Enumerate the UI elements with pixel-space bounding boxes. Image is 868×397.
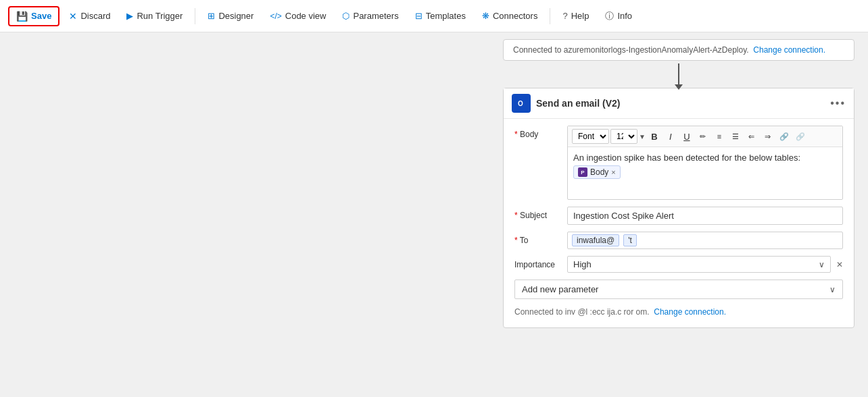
to-tag-2: 't bbox=[623, 234, 637, 246]
editor-content[interactable]: An ingestion spike has been detected for… bbox=[568, 147, 842, 188]
to-tag-1: inwafula@ bbox=[572, 234, 619, 246]
code-view-button[interactable]: </> Code view bbox=[263, 7, 333, 24]
indent-right-button[interactable]: ⇒ bbox=[761, 129, 775, 144]
importance-field-row: Importance High ∨ ✕ bbox=[514, 256, 843, 273]
subject-field-label: * Subject bbox=[514, 207, 562, 220]
editor-toolbar: Font 12 ▼ B I U ✏ ≡ bbox=[568, 126, 842, 147]
bottom-connection-text: Connected to inv @l :ecc ija.c ror om. bbox=[514, 307, 650, 317]
connectors-button[interactable]: ❋ Connectors bbox=[475, 7, 544, 24]
svg-text:O: O bbox=[518, 100, 523, 107]
rich-text-editor[interactable]: Font 12 ▼ B I U ✏ ≡ bbox=[567, 126, 843, 200]
indent-left-button[interactable]: ⇐ bbox=[744, 129, 759, 144]
to-field-label: * To bbox=[514, 232, 562, 245]
templates-icon: ⊟ bbox=[415, 11, 423, 21]
body-field-row: * Body Font 12 ▼ bbox=[514, 126, 843, 200]
to-input-field[interactable]: inwafula@ 't bbox=[567, 232, 843, 249]
connectors-icon: ❋ bbox=[482, 11, 489, 21]
ordered-list-button[interactable]: ☰ bbox=[728, 129, 743, 144]
highlight-button[interactable]: ✏ bbox=[696, 129, 710, 144]
save-icon: 💾 bbox=[16, 11, 28, 22]
code-icon: </> bbox=[270, 11, 281, 21]
main-area: Connected to azuremonitorlogs-IngestionA… bbox=[0, 32, 868, 397]
designer-icon: ⊞ bbox=[208, 11, 215, 21]
run-trigger-label: Run Trigger bbox=[137, 11, 183, 21]
help-button[interactable]: ? Help bbox=[556, 7, 596, 24]
to-field-content: inwafula@ 't bbox=[567, 232, 843, 249]
parameters-icon: ⬡ bbox=[342, 11, 349, 21]
importance-field-label: Importance bbox=[514, 256, 562, 269]
unlink-button[interactable]: 🔗 bbox=[793, 129, 808, 144]
code-view-label: Code view bbox=[285, 11, 327, 21]
body-dynamic-tag: P Body × bbox=[573, 165, 621, 179]
save-button[interactable]: 💾 Save bbox=[8, 6, 59, 26]
separator2 bbox=[550, 8, 550, 24]
parameters-label: Parameters bbox=[353, 11, 398, 21]
add-param-label: Add new parameter bbox=[522, 284, 829, 294]
bold-button[interactable]: B bbox=[647, 129, 662, 144]
subject-input[interactable] bbox=[567, 207, 843, 225]
importance-row: High ∨ ✕ bbox=[567, 256, 843, 273]
designer-button[interactable]: ⊞ Designer bbox=[201, 7, 260, 24]
link-button[interactable]: 🔗 bbox=[777, 129, 792, 144]
discard-label: Discard bbox=[80, 11, 110, 21]
top-connection-text: Connected to azuremonitorlogs-IngestionA… bbox=[513, 45, 749, 55]
help-label: Help bbox=[571, 11, 589, 21]
importance-clear-button[interactable]: ✕ bbox=[836, 260, 843, 269]
flow-arrow bbox=[678, 63, 679, 85]
help-icon: ? bbox=[562, 11, 567, 21]
templates-button[interactable]: ⊟ Templates bbox=[408, 7, 473, 24]
flow-arrow-section bbox=[503, 61, 854, 88]
font-selector[interactable]: Font bbox=[572, 129, 609, 144]
body-field-content: Font 12 ▼ B I U ✏ ≡ bbox=[567, 126, 843, 200]
top-connection-card: Connected to azuremonitorlogs-IngestionA… bbox=[503, 39, 854, 61]
importance-field-content: High ∨ ✕ bbox=[567, 256, 843, 273]
right-panel: Connected to azuremonitorlogs-IngestionA… bbox=[489, 32, 868, 397]
run-trigger-button[interactable]: ▶ Run Trigger bbox=[120, 7, 189, 24]
email-card-header: O Send an email (V2) ••• bbox=[504, 88, 854, 119]
save-label: Save bbox=[31, 11, 51, 21]
discard-icon: ✕ bbox=[69, 11, 77, 22]
body-field-label: * Body bbox=[514, 126, 562, 139]
email-card-body: * Body Font 12 ▼ bbox=[504, 119, 854, 327]
body-text: An ingestion spike has been detected for… bbox=[573, 153, 800, 163]
outlook-icon: O bbox=[512, 94, 531, 113]
italic-button[interactable]: I bbox=[663, 129, 678, 144]
add-parameter-button[interactable]: Add new parameter ∨ bbox=[514, 280, 843, 299]
to-text-input[interactable] bbox=[641, 236, 838, 246]
top-change-connection-link[interactable]: Change connection. bbox=[753, 45, 825, 55]
subject-field-content bbox=[567, 207, 843, 225]
importance-wrapper: High ∨ bbox=[567, 256, 831, 273]
connectors-label: Connectors bbox=[493, 11, 537, 21]
email-more-button[interactable]: ••• bbox=[830, 97, 846, 109]
bottom-change-connection-link[interactable]: Change connection. bbox=[654, 307, 726, 317]
bullet-list-button[interactable]: ≡ bbox=[712, 129, 727, 144]
body-tag-icon: P bbox=[578, 167, 587, 177]
email-card: O Send an email (V2) ••• * Body bbox=[503, 88, 854, 328]
info-label: Info bbox=[617, 11, 632, 21]
add-param-chevron-icon: ∨ bbox=[829, 285, 836, 294]
bottom-connection-info: Connected to inv @l :ecc ija.c ror om. C… bbox=[514, 303, 843, 321]
designer-label: Designer bbox=[218, 11, 254, 21]
parameters-button[interactable]: ⬡ Parameters bbox=[335, 7, 405, 24]
importance-dropdown[interactable]: High ∨ bbox=[567, 256, 831, 273]
canvas-area bbox=[0, 32, 489, 397]
to-field-row: * To inwafula@ 't bbox=[514, 232, 843, 249]
underline-button[interactable]: U bbox=[679, 129, 694, 144]
info-icon: ⓘ bbox=[605, 10, 614, 22]
info-button[interactable]: ⓘ Info bbox=[598, 7, 639, 26]
run-icon: ▶ bbox=[126, 11, 133, 21]
font-size-selector[interactable]: 12 bbox=[610, 129, 637, 144]
templates-label: Templates bbox=[426, 11, 466, 21]
body-tag-close-button[interactable]: × bbox=[611, 168, 615, 176]
email-card-title: Send an email (V2) bbox=[536, 98, 825, 109]
separator bbox=[195, 8, 195, 24]
body-tag-label: Body bbox=[590, 167, 608, 177]
discard-button[interactable]: ✕ Discard bbox=[62, 7, 117, 25]
subject-field-row: * Subject bbox=[514, 207, 843, 225]
toolbar: 💾 Save ✕ Discard ▶ Run Trigger ⊞ Designe… bbox=[0, 0, 868, 32]
importance-chevron-icon[interactable]: ∨ bbox=[819, 260, 825, 269]
font-size-dropdown-icon: ▼ bbox=[639, 133, 646, 140]
importance-value: High bbox=[573, 259, 816, 269]
